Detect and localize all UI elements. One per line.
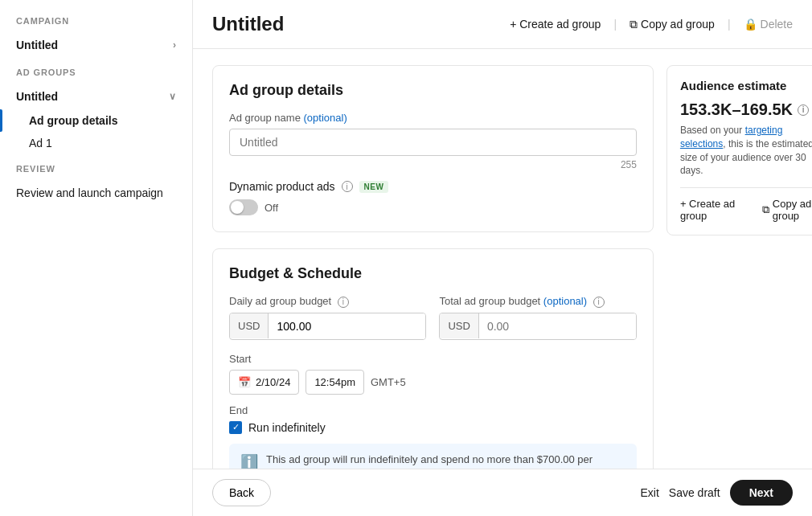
copy-icon-2: ⧉ <box>762 203 769 216</box>
run-indefinitely-row: ✓ Run indefinitely <box>229 421 637 434</box>
toggle-off-label: Off <box>265 202 278 214</box>
daily-budget-input[interactable] <box>269 313 425 339</box>
daily-budget-label: Daily ad group budget i <box>229 295 426 308</box>
audience-copy-label: Copy ad group <box>773 198 812 222</box>
daily-info-icon[interactable]: i <box>338 297 349 308</box>
dpa-toggle[interactable] <box>229 199 258 215</box>
info-banner: ℹ️ This ad group will run indefinitely a… <box>229 444 637 469</box>
save-draft-button[interactable]: Save draft <box>669 486 720 499</box>
run-indefinitely-label: Run indefinitely <box>248 421 326 434</box>
daily-budget-input-row: USD <box>229 313 426 340</box>
copy-icon: ⧉ <box>630 18 638 31</box>
budget-schedule-card: Budget & Schedule Daily ad group budget … <box>212 248 654 469</box>
info-banner-text: This ad group will run indefinitely and … <box>266 453 593 465</box>
copy-ad-group-label: Copy ad group <box>641 18 715 31</box>
ad-group-name-label: Ad group name (optional) <box>229 112 637 124</box>
audience-info-icon[interactable]: i <box>798 104 809 116</box>
audience-range: 153.3K–169.5K i <box>680 100 812 119</box>
total-budget-group: Total ad group budget (optional) i USD <box>439 295 636 340</box>
sidebar-item-review[interactable]: Review and launch campaign <box>0 180 192 206</box>
budget-schedule-title: Budget & Schedule <box>229 265 637 282</box>
start-time-field[interactable]: 12:54pm <box>306 370 364 395</box>
dpa-info-icon[interactable]: i <box>342 181 353 192</box>
audience-desc: Based on your targeting selections, this… <box>680 124 812 178</box>
timezone-value: GMT+5 <box>371 376 406 388</box>
sidebar-ad-group-name: Untitled <box>16 90 58 103</box>
action-separator-2: | <box>728 18 731 31</box>
total-budget-input-row: USD <box>439 313 636 340</box>
sidebar-campaign-label: CAMPAIGN <box>0 16 192 32</box>
run-indefinitely-checkbox[interactable]: ✓ <box>229 421 242 434</box>
audience-create-ad-group-link[interactable]: + Create ad group <box>680 198 753 222</box>
exit-button[interactable]: Exit <box>640 486 658 499</box>
footer-right: Exit Save draft Next <box>640 480 793 506</box>
lock-icon: 🔒 <box>744 18 757 31</box>
calendar-icon: 📅 <box>238 376 251 388</box>
start-time-value: 12:54pm <box>314 376 355 388</box>
create-ad-group-link[interactable]: + Create ad group <box>510 18 601 31</box>
header-actions: + Create ad group | ⧉ Copy ad group | 🔒 … <box>510 18 793 31</box>
sidebar-item-ad-group-details[interactable]: Ad group details <box>0 109 192 132</box>
sidebar-ad-groups-label: AD GROUPS <box>0 68 192 84</box>
sidebar-review-item-label: Review and launch campaign <box>16 186 163 199</box>
back-button[interactable]: Back <box>212 479 271 506</box>
sidebar-review-label: REVIEW <box>0 154 192 180</box>
dpa-label: Dynamic product ads <box>229 180 335 193</box>
dpa-row: Dynamic product ads i NEW <box>229 180 637 193</box>
info-banner-icon: ℹ️ <box>240 453 258 469</box>
copy-ad-group-link[interactable]: ⧉ Copy ad group <box>630 18 715 31</box>
timezone-field: GMT+5 <box>371 376 406 388</box>
delete-link[interactable]: 🔒 Delete <box>744 18 793 31</box>
start-date-field[interactable]: 📅 2/10/24 <box>229 370 299 395</box>
audience-title: Audience estimate <box>680 79 812 92</box>
ad-group-details-card: Ad group details Ad group name (optional… <box>212 65 654 232</box>
sidebar-item-ad-group[interactable]: Untitled ∨ <box>0 84 192 109</box>
sidebar-campaign-name: Untitled <box>16 39 58 51</box>
main-content: Ad group details Ad group name (optional… <box>212 65 654 453</box>
content-area: Untitled + Create ad group | ⧉ Copy ad g… <box>193 0 812 516</box>
start-date-row: Start 📅 2/10/24 12:54pm GMT+5 <box>229 353 637 395</box>
ad-group-details-title: Ad group details <box>229 82 637 99</box>
dpa-new-badge: NEW <box>359 181 389 193</box>
sidebar: CAMPAIGN Untitled › AD GROUPS Untitled ∨… <box>0 0 193 516</box>
page-title: Untitled <box>212 13 284 35</box>
content-scroll: Ad group details Ad group name (optional… <box>193 49 812 469</box>
start-date-value: 2/10/24 <box>256 376 290 388</box>
char-count: 255 <box>229 159 637 170</box>
sidebar-sub-item-label: Ad group details <box>29 114 117 127</box>
date-inputs: 📅 2/10/24 12:54pm GMT+5 <box>229 370 637 395</box>
audience-copy-ad-group-link[interactable]: ⧉ Copy ad group <box>762 198 812 222</box>
footer-left: Back <box>212 479 271 506</box>
audience-card: Audience estimate 153.3K–169.5K i Based … <box>666 65 812 235</box>
ad-group-name-input[interactable] <box>229 129 637 156</box>
end-label: End <box>229 404 637 416</box>
checkmark-icon: ✓ <box>232 422 240 432</box>
end-row: End ✓ Run indefinitely <box>229 404 637 434</box>
total-budget-input[interactable] <box>479 313 636 339</box>
dpa-toggle-row: Off <box>229 199 637 215</box>
daily-budget-group: Daily ad group budget i USD <box>229 295 426 340</box>
total-budget-label: Total ad group budget (optional) i <box>439 295 636 308</box>
audience-panel: Audience estimate 153.3K–169.5K i Based … <box>666 65 812 453</box>
delete-label: Delete <box>761 18 793 31</box>
sidebar-item-ad-1[interactable]: Ad 1 <box>0 132 192 154</box>
chevron-right-icon: › <box>173 39 176 51</box>
total-info-icon[interactable]: i <box>593 297 605 308</box>
daily-currency-label: USD <box>230 313 269 338</box>
chevron-down-icon: ∨ <box>169 91 176 102</box>
audience-range-value: 153.3K–169.5K <box>680 100 793 119</box>
footer: Back Exit Save draft Next <box>193 469 812 516</box>
budget-row: Daily ad group budget i USD Total ad gro… <box>229 295 637 340</box>
top-header: Untitled + Create ad group | ⧉ Copy ad g… <box>193 0 812 49</box>
action-separator-1: | <box>613 18 617 31</box>
toggle-knob <box>231 201 244 214</box>
targeting-link[interactable]: targeting selections <box>680 125 782 149</box>
start-label: Start <box>229 353 637 365</box>
total-currency-label: USD <box>440 313 478 338</box>
sidebar-sub-item-label-ad1: Ad 1 <box>29 137 52 149</box>
audience-actions: + Create ad group ⧉ Copy ad group <box>680 187 812 222</box>
next-button[interactable]: Next <box>730 480 793 506</box>
sidebar-item-campaign[interactable]: Untitled › <box>0 32 192 58</box>
